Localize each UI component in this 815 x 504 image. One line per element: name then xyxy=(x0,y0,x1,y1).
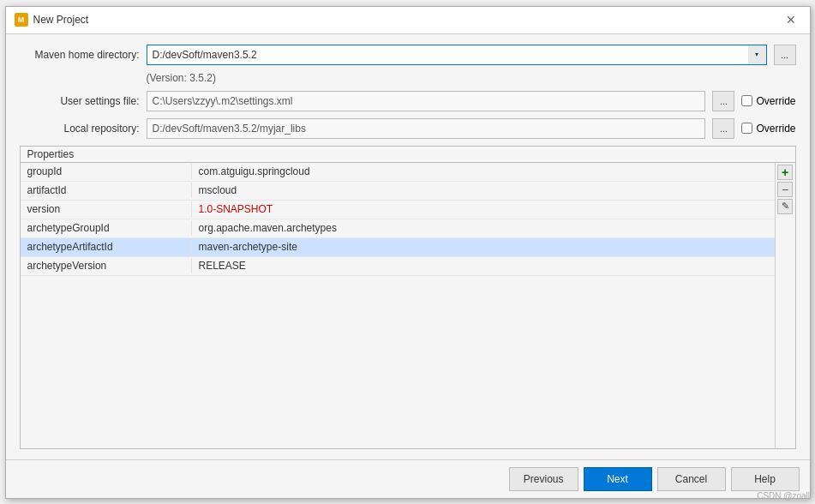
user-settings-label: User settings file: xyxy=(20,95,140,107)
properties-legend: Properties xyxy=(21,147,795,163)
local-repo-override-checkbox[interactable] xyxy=(741,123,752,134)
remove-property-button[interactable]: − xyxy=(777,182,793,197)
prop-value: maven-archetype-site xyxy=(192,239,775,255)
prop-key: groupId xyxy=(21,164,192,179)
prop-key: archetypeVersion xyxy=(21,258,192,273)
table-row[interactable]: archetypeGroupIdorg.apache.maven.archety… xyxy=(21,219,775,238)
prop-key: archetypeGroupId xyxy=(21,220,192,236)
add-property-button[interactable]: + xyxy=(777,165,793,180)
close-button[interactable]: ✕ xyxy=(781,9,801,30)
prop-value: RELEASE xyxy=(192,258,775,273)
table-row[interactable]: version1.0-SNAPSHOT xyxy=(21,201,775,219)
local-repo-row: Local repository: ... Override xyxy=(20,118,796,139)
maven-home-input-wrapper: ▾ xyxy=(147,45,767,65)
new-project-dialog: M New Project ✕ Maven home directory: ▾ … xyxy=(5,6,811,499)
local-repo-input[interactable] xyxy=(147,118,706,139)
dialog-content: Maven home directory: ▾ ... (Version: 3.… xyxy=(6,34,810,459)
prop-value: com.atguigu.springcloud xyxy=(192,164,775,179)
user-settings-override-label: Override xyxy=(756,95,795,107)
maven-home-dropdown-arrow[interactable]: ▾ xyxy=(748,45,767,65)
maven-home-label: Maven home directory: xyxy=(20,49,140,61)
user-settings-input[interactable] xyxy=(147,91,706,111)
edit-property-button[interactable]: ✎ xyxy=(777,199,793,214)
maven-home-row: Maven home directory: ▾ ... xyxy=(20,45,796,65)
properties-content: groupIdcom.atguigu.springcloudartifactId… xyxy=(21,163,795,448)
watermark: CSDN @zoall xyxy=(757,491,810,501)
prop-value: mscloud xyxy=(192,183,775,198)
user-settings-override-checkbox[interactable] xyxy=(741,95,752,106)
prop-key: archetypeArtifactId xyxy=(21,239,192,255)
prop-value: 1.0-SNAPSHOT xyxy=(192,201,775,217)
properties-sidebar: + − ✎ xyxy=(775,163,795,448)
maven-home-input[interactable] xyxy=(147,45,767,65)
dialog-icon: M xyxy=(15,13,28,27)
title-bar-left: M New Project xyxy=(15,13,89,27)
prop-key: artifactId xyxy=(21,183,192,198)
maven-home-browse-button[interactable]: ... xyxy=(774,45,796,65)
previous-button[interactable]: Previous xyxy=(509,467,578,491)
user-settings-override-row: Override xyxy=(741,95,795,107)
next-button[interactable]: Next xyxy=(584,467,652,491)
table-row[interactable]: groupIdcom.atguigu.springcloud xyxy=(21,163,775,182)
cancel-button[interactable]: Cancel xyxy=(657,467,726,491)
local-repo-override-row: Override xyxy=(741,123,795,135)
user-settings-browse-button[interactable]: ... xyxy=(712,91,734,111)
local-repo-override-label: Override xyxy=(756,123,795,135)
title-bar: M New Project ✕ xyxy=(6,7,810,34)
maven-version-text: (Version: 3.5.2) xyxy=(20,72,796,84)
properties-group: Properties groupIdcom.atguigu.springclou… xyxy=(20,146,796,449)
local-repo-browse-button[interactable]: ... xyxy=(712,118,734,139)
dialog-title: New Project xyxy=(33,14,89,26)
table-row[interactable]: archetypeArtifactIdmaven-archetype-site xyxy=(21,238,775,257)
dialog-footer: Previous Next Cancel Help xyxy=(6,459,810,498)
prop-value: org.apache.maven.archetypes xyxy=(192,220,775,236)
table-row[interactable]: artifactIdmscloud xyxy=(21,182,775,201)
help-button[interactable]: Help xyxy=(731,467,800,491)
prop-key: version xyxy=(21,201,192,217)
table-row[interactable]: archetypeVersionRELEASE xyxy=(21,257,775,276)
properties-table: groupIdcom.atguigu.springcloudartifactId… xyxy=(21,163,775,448)
local-repo-label: Local repository: xyxy=(20,123,140,135)
user-settings-row: User settings file: ... Override xyxy=(20,91,796,111)
